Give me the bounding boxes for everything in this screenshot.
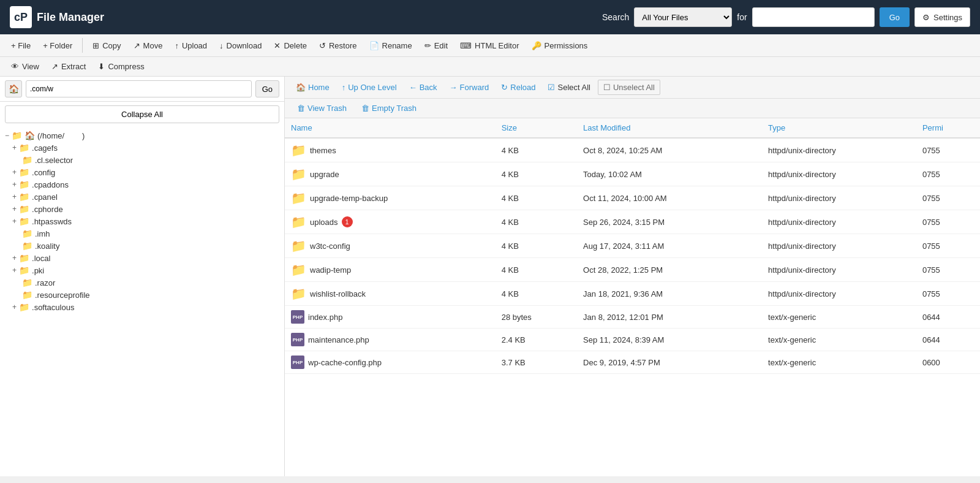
new-file-button[interactable]: + File	[6, 39, 36, 53]
tree-item-htpasswds[interactable]: + 📁 .htpasswds	[0, 215, 284, 227]
col-perms[interactable]: Permi	[916, 118, 980, 138]
forward-button[interactable]: → Forward	[445, 80, 494, 94]
home-button[interactable]: 🏠 Home	[291, 80, 334, 94]
file-modified-cell: Aug 17, 2024, 3:11 AM	[577, 234, 762, 258]
plus-icon: +	[12, 266, 17, 275]
tree-item-softaculous[interactable]: + 📁 .softaculous	[0, 301, 284, 313]
tree-item-cphorde[interactable]: + 📁 .cphorde	[0, 203, 284, 215]
col-modified[interactable]: Last Modified	[577, 118, 762, 138]
table-row[interactable]: 📁uploads14 KBSep 26, 2024, 3:15 PMhttpd/…	[285, 210, 980, 234]
table-row[interactable]: PHPwp-cache-config.php3.7 KBDec 9, 2019,…	[285, 351, 980, 374]
edit-icon: ✏	[424, 41, 431, 50]
up-one-level-button[interactable]: ↑ Up One Level	[337, 80, 402, 94]
move-button[interactable]: ↗ Move	[129, 39, 168, 53]
html-editor-icon: ⌨	[460, 41, 472, 50]
table-row[interactable]: 📁themes4 KBOct 8, 2024, 10:25 AMhttpd/un…	[285, 138, 980, 162]
tree-item-pki[interactable]: + 📁 .pki	[0, 264, 284, 276]
tree-item-imh[interactable]: 📁 .imh	[0, 227, 284, 240]
tree-item-koality[interactable]: 📁 .koality	[0, 240, 284, 252]
collapse-all-button[interactable]: Collapse All	[5, 105, 279, 123]
search-go-button[interactable]: Go	[880, 7, 910, 27]
rename-button[interactable]: 📄 Rename	[364, 39, 417, 53]
file-size-cell: 4 KB	[496, 234, 577, 258]
edit-button[interactable]: ✏ Edit	[420, 39, 453, 53]
file-modified-cell: Jan 18, 2021, 9:36 AM	[577, 282, 762, 306]
settings-button[interactable]: ⚙ Settings	[914, 7, 970, 27]
main-layout: 🏠 Go Collapse All − 📁 🏠 (/home/ ) + 📁 .c…	[0, 77, 980, 476]
back-arrow-icon: ←	[409, 83, 417, 92]
toolbar-row2: 👁 View ↗ Extract ⬇ Compress	[0, 57, 980, 77]
file-type-cell: httpd/unix-directory	[762, 162, 916, 186]
download-button[interactable]: ↓ Download	[214, 39, 266, 53]
tree-item-local[interactable]: + 📁 .local	[0, 252, 284, 264]
file-type-cell: httpd/unix-directory	[762, 282, 916, 306]
tree-item-label: .cpanel	[32, 192, 58, 202]
copy-button[interactable]: ⊞ Copy	[88, 39, 126, 53]
file-size-cell: 28 bytes	[496, 306, 577, 329]
folder-icon: 📁	[19, 180, 29, 189]
new-folder-button[interactable]: + Folder	[38, 39, 77, 53]
restore-button[interactable]: ↺ Restore	[314, 39, 362, 53]
view-button[interactable]: 👁 View	[6, 59, 44, 74]
file-name: w3tc-config	[310, 242, 350, 251]
file-type-cell: text/x-generic	[762, 306, 916, 329]
search-scope-select[interactable]: All Your Files	[634, 7, 732, 27]
table-row[interactable]: 📁wadip-temp4 KBOct 28, 2022, 1:25 PMhttp…	[285, 258, 980, 282]
notification-badge: 1	[342, 216, 353, 227]
permissions-button[interactable]: 🔑 Permissions	[527, 39, 593, 53]
folder-icon: 📁	[22, 229, 32, 238]
html-editor-button[interactable]: ⌨ HTML Editor	[455, 39, 524, 53]
view-trash-button[interactable]: 🗑 View Trash	[291, 101, 353, 115]
upload-button[interactable]: ↑ Upload	[170, 39, 212, 53]
compress-button[interactable]: ⬇ Compress	[93, 59, 149, 74]
extract-button[interactable]: ↗ Extract	[47, 59, 91, 74]
file-type-cell: httpd/unix-directory	[762, 186, 916, 210]
logo: cP File Manager	[10, 6, 104, 28]
tree-item-razor[interactable]: 📁 .razor	[0, 276, 284, 289]
file-perms-cell: 0644	[916, 329, 980, 351]
table-row[interactable]: 📁w3tc-config4 KBAug 17, 2024, 3:11 AMhtt…	[285, 234, 980, 258]
tree-item-cagefs[interactable]: + 📁 .cagefs	[0, 142, 284, 154]
tree-item-cpanel[interactable]: + 📁 .cpanel	[0, 191, 284, 203]
file-size-cell: 2.4 KB	[496, 329, 577, 351]
tree-item-label: .razor	[35, 278, 55, 287]
search-input[interactable]	[752, 7, 875, 27]
minus-icon: −	[5, 131, 9, 140]
folder-icon: 📁	[291, 286, 306, 301]
col-size[interactable]: Size	[496, 118, 577, 138]
forward-arrow-icon: →	[450, 83, 458, 92]
file-table-wrapper: Name Size Last Modified Type Permi 📁them…	[285, 118, 980, 476]
tree-item-cpaddons[interactable]: + 📁 .cpaddons	[0, 178, 284, 191]
folder-icon: 📁	[19, 143, 29, 153]
back-button[interactable]: ← Back	[404, 80, 442, 94]
col-name[interactable]: Name	[285, 118, 496, 138]
folder-icon: 📁	[291, 167, 306, 181]
table-row[interactable]: 📁upgrade4 KBToday, 10:02 AMhttpd/unix-di…	[285, 162, 980, 186]
file-modified-cell: Oct 28, 2022, 1:25 PM	[577, 258, 762, 282]
tree-item-resourceprofile[interactable]: 📁 .resourceprofile	[0, 289, 284, 301]
file-type-cell: httpd/unix-directory	[762, 258, 916, 282]
table-row[interactable]: PHPmaintenance.php2.4 KBSep 11, 2024, 8:…	[285, 329, 980, 351]
for-label: for	[737, 12, 747, 22]
col-type[interactable]: Type	[762, 118, 916, 138]
delete-button[interactable]: ✕ Delete	[269, 39, 312, 53]
empty-trash-button[interactable]: 🗑 Empty Trash	[355, 101, 423, 115]
file-name-cell: 📁upgrade	[285, 162, 496, 186]
tree-item-clselector[interactable]: 📁 .cl.selector	[0, 154, 284, 166]
table-row[interactable]: 📁upgrade-temp-backup4 KBOct 11, 2024, 10…	[285, 186, 980, 210]
key-icon: 🔑	[532, 41, 541, 50]
tree-item-root[interactable]: − 📁 🏠 (/home/ )	[0, 129, 284, 142]
file-size-cell: 4 KB	[496, 258, 577, 282]
cpanel-icon: cP	[10, 6, 32, 28]
select-all-button[interactable]: ☑ Select All	[543, 80, 595, 94]
tree-item-config[interactable]: + 📁 .config	[0, 166, 284, 178]
file-name-cell: 📁themes	[285, 139, 496, 162]
plus-icon: +	[12, 192, 17, 201]
path-go-button[interactable]: Go	[255, 80, 279, 97]
unselect-all-button[interactable]: ☐ Unselect All	[598, 80, 660, 95]
home-nav-button[interactable]: 🏠	[5, 80, 22, 97]
table-row[interactable]: PHPindex.php28 bytesJan 8, 2012, 12:01 P…	[285, 306, 980, 329]
reload-button[interactable]: ↻ Reload	[496, 80, 540, 94]
path-input[interactable]	[26, 80, 252, 97]
table-row[interactable]: 📁wishlist-rollback4 KBJan 18, 2021, 9:36…	[285, 282, 980, 306]
